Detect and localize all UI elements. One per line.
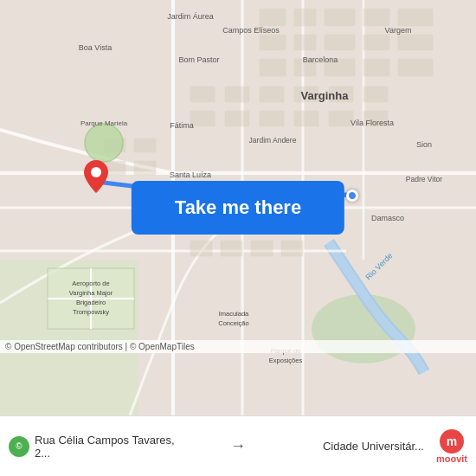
svg-rect-14 [398, 9, 433, 26]
svg-text:Aeroporto de: Aeroporto de [72, 280, 109, 287]
destination-pin [84, 160, 108, 196]
svg-point-78 [91, 167, 101, 177]
svg-rect-32 [225, 111, 249, 126]
from-section: © Rua Célia Campos Tavares, 2... [0, 434, 230, 460]
arrow-section: → [230, 437, 246, 455]
svg-rect-20 [260, 59, 286, 76]
svg-text:Bom Pastor: Bom Pastor [178, 55, 219, 64]
svg-rect-35 [329, 111, 353, 126]
svg-rect-31 [190, 111, 215, 126]
svg-text:Santa Luíza: Santa Luíza [170, 170, 211, 179]
bottom-bar: © Rua Célia Campos Tavares, 2... → Cidad… [0, 415, 476, 476]
svg-text:Fátima: Fátima [170, 121, 194, 130]
from-label: Rua Célia Campos Tavares, 2... [35, 434, 190, 460]
svg-text:Conceição: Conceição [218, 319, 248, 327]
svg-rect-16 [294, 35, 316, 50]
svg-text:Imaculada: Imaculada [219, 310, 249, 318]
svg-text:Vila Floresta: Vila Floresta [351, 119, 394, 127]
svg-rect-12 [325, 9, 355, 26]
svg-text:Damasco: Damasco [371, 214, 404, 222]
svg-text:Boa Vista: Boa Vista [79, 43, 112, 52]
svg-text:Padre Vitor: Padre Vitor [406, 175, 443, 183]
to-label: Cidade Universitár... [323, 440, 424, 453]
copyright-text: © OpenStreetMap contributors | © OpenMap… [0, 340, 476, 353]
osm-logo: © [9, 436, 29, 457]
arrow-icon: → [230, 437, 246, 455]
origin-dot [346, 190, 358, 202]
svg-text:Jardim Andere: Jardim Andere [249, 136, 297, 145]
svg-rect-46 [134, 138, 156, 152]
svg-text:Barcelona: Barcelona [303, 55, 338, 64]
svg-text:Trompowsky: Trompowsky [73, 308, 109, 316]
svg-rect-24 [398, 59, 433, 76]
svg-rect-44 [281, 241, 303, 256]
to-section: Cidade Universitár... m moovit [246, 429, 476, 464]
moovit-text: moovit [436, 453, 467, 464]
svg-rect-48 [134, 161, 156, 175]
svg-rect-41 [190, 241, 212, 256]
moovit-icon: m [440, 429, 464, 453]
svg-rect-11 [294, 9, 316, 26]
svg-rect-27 [260, 87, 284, 102]
svg-rect-42 [221, 241, 242, 256]
svg-rect-15 [260, 35, 286, 50]
svg-text:Vargem: Vargem [385, 26, 412, 35]
svg-text:Campos Elíseos: Campos Elíseos [222, 26, 280, 35]
svg-rect-17 [325, 35, 355, 50]
svg-rect-33 [260, 111, 284, 126]
take-me-there-button[interactable]: Take me there [132, 181, 344, 235]
jardim-aurea-label: Jardim Áurea [167, 12, 214, 21]
svg-text:Parque Mariela: Parque Mariela [80, 119, 128, 127]
svg-point-49 [85, 124, 123, 162]
svg-rect-30 [363, 87, 388, 102]
svg-text:Brigadeiro: Brigadeiro [76, 299, 106, 306]
svg-text:Sion: Sion [416, 140, 432, 149]
svg-text:Varginha: Varginha [301, 89, 350, 102]
svg-rect-18 [363, 35, 389, 50]
map-container: Jardim Áurea Boa Vista Campos Elíseos Va… [0, 0, 476, 415]
svg-rect-25 [190, 87, 215, 102]
svg-rect-26 [225, 87, 249, 102]
svg-rect-13 [363, 9, 389, 26]
svg-rect-19 [398, 35, 433, 50]
svg-rect-10 [260, 9, 286, 26]
svg-rect-23 [363, 59, 389, 76]
svg-rect-34 [294, 111, 318, 126]
svg-rect-43 [251, 241, 273, 256]
moovit-logo: m moovit [436, 429, 467, 464]
svg-text:Exposições: Exposições [269, 357, 303, 364]
svg-text:Varginha Major: Varginha Major [69, 289, 113, 297]
